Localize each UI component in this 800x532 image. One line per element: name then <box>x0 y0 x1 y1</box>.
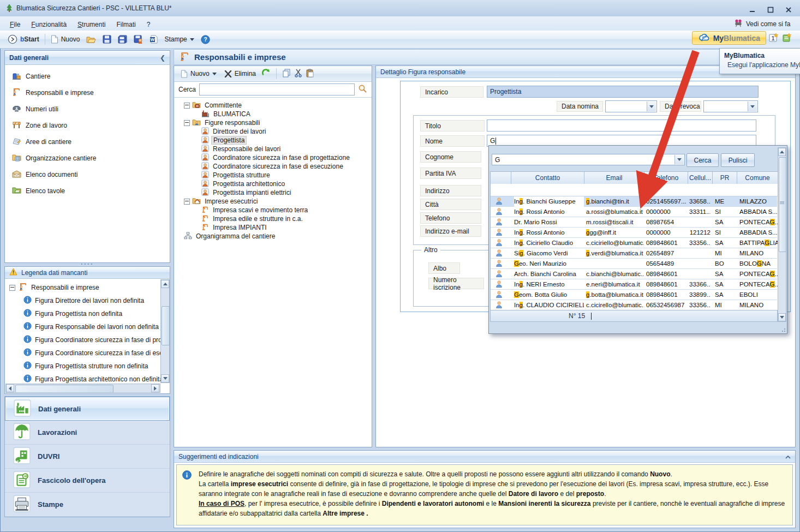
legend-item[interactable]: Figura Coordinatore sicurezza in fase di… <box>9 333 170 346</box>
new-contact-icon[interactable]: 1 <box>769 33 779 44</box>
picker-row[interactable]: Geo. Neri Maurizio05654489BOBOLOGNA <box>491 259 777 269</box>
menu-strumenti[interactable]: Strumenti <box>72 18 111 31</box>
tree-item[interactable]: Progettista architettonico <box>180 180 372 188</box>
legend-item[interactable]: Figura Direttore dei lavori non definita <box>9 294 170 307</box>
nav-stampe[interactable]: Stampe <box>5 493 170 517</box>
save-contact-button[interactable] <box>130 33 146 46</box>
picker-cerca-button[interactable]: Cerca <box>686 153 719 167</box>
paste-icon[interactable] <box>306 69 314 79</box>
picker-row[interactable]: Sig. Giacomo Verdig.verdi@blumatica.it02… <box>491 248 777 259</box>
tree-item[interactable]: Coordinatore sicurezza in fase di esecuz… <box>180 162 372 171</box>
sidebar-item-map[interactable]: Aree di cantiere <box>5 134 170 150</box>
help-button[interactable]: ? <box>198 33 213 46</box>
tree-item[interactable]: Organigramma del cantiere <box>180 232 372 241</box>
menu-help[interactable]: ? <box>141 18 156 31</box>
collapse-sidebar-icon[interactable]: ❮ <box>160 54 165 62</box>
tree-item[interactable]: Progettista strutture <box>180 171 372 180</box>
picker-row[interactable]: Ing. Ciciriello Claudioc.ciciriello@blum… <box>491 238 777 248</box>
expander-icon[interactable] <box>184 199 190 205</box>
data-revoca-field[interactable] <box>703 100 758 112</box>
titolo-field[interactable] <box>487 119 756 131</box>
picker-row[interactable]: Ing. Bianchi Giuseppeg.bianchi@tin.it025… <box>491 196 777 207</box>
nuovo-button[interactable]: Nuovo <box>47 33 83 46</box>
picker-row[interactable]: Geom. Botta Giuliog.botta@blumatica.it08… <box>491 290 777 300</box>
maximize-button[interactable] <box>763 6 778 14</box>
legend-root[interactable]: Responsabili e imprese <box>9 281 170 294</box>
picker-vscrollbar[interactable] <box>778 147 786 322</box>
picker-pulisci-button[interactable]: Pulisci <box>721 153 755 167</box>
legend-item[interactable]: Figura Progettista strutture non definit… <box>9 360 170 373</box>
legend-hscrollbar[interactable] <box>5 384 160 393</box>
legend-item[interactable]: Figura Progettista architettonico non de… <box>9 373 170 384</box>
tree-item[interactable]: Progettista <box>180 136 372 145</box>
data-nomina-field[interactable] <box>605 100 657 112</box>
new-document-star-icon[interactable] <box>782 33 792 44</box>
nav-lavorazioni[interactable]: Lavorazioni <box>5 421 170 445</box>
menu-filmati[interactable]: Filmati <box>111 18 141 31</box>
legend-item[interactable]: Figura Coordinatore sicurezza in fase di… <box>9 346 170 360</box>
collapse-hints-icon[interactable] <box>785 453 791 461</box>
picker-row[interactable]: Ing. NERI Ernestoe.neri@blumatica.it0898… <box>491 279 777 290</box>
copy-icon[interactable] <box>282 69 291 79</box>
tree-item[interactable]: Coordinatore sicurezza in fase di proget… <box>180 153 372 162</box>
expander-icon[interactable] <box>184 103 190 109</box>
expander-icon[interactable] <box>184 120 190 126</box>
picker-column-header[interactable]: Email <box>584 172 644 184</box>
tree-elimina-button[interactable]: Elimina <box>222 68 258 80</box>
tree-item[interactable]: Progettista impianti elettrici <box>180 188 372 197</box>
incarico-field[interactable]: Progettista <box>487 86 759 98</box>
vedi-come-si-fa[interactable]: Vedi come si fa <box>734 19 790 28</box>
sidebar-item-drawfolder[interactable]: Elenco tavole <box>5 183 170 199</box>
stampe-button[interactable]: Stampe <box>161 33 197 46</box>
sidebar-item-envelope[interactable]: Elenco documenti <box>5 166 170 183</box>
tree-item[interactable]: Imprese esecutrici <box>180 197 372 206</box>
picker-column-header[interactable]: Contatto <box>511 172 584 184</box>
picker-row[interactable]: Ing. CLAUDIO CICIRIELLOc.cicirello@bluma… <box>491 300 777 310</box>
picker-row[interactable]: Ing. Rossi Antonioggg@inff.it00000001212… <box>491 228 777 238</box>
sidebar-item-orgfolder[interactable]: Organizzazione cantiere <box>5 150 170 166</box>
search-icon[interactable] <box>358 84 367 95</box>
tree-item[interactable]: BLUMATICA <box>180 110 372 118</box>
refresh-icon[interactable] <box>261 68 271 79</box>
nav-dati-generali[interactable]: Dati generali <box>5 397 170 421</box>
save-all-button[interactable] <box>115 33 130 46</box>
picker-search-combo[interactable]: G <box>492 154 685 165</box>
menu-file[interactable]: File <box>4 18 26 31</box>
legend-item[interactable]: Figura Responsabile dei lavori non defin… <box>9 320 170 333</box>
sidebar-item-phone[interactable]: Numeri utili <box>5 101 170 117</box>
close-button[interactable] <box>781 6 796 14</box>
tree-nuovo-button[interactable]: Nuovo <box>178 68 219 80</box>
picker-column-header[interactable]: Cellul... <box>688 172 713 184</box>
minimize-button[interactable] <box>745 6 760 14</box>
save-button[interactable] <box>99 33 115 46</box>
tree-item[interactable]: Direttore dei lavori <box>180 127 372 136</box>
picker-column-header[interactable]: Comune <box>737 172 778 184</box>
tree-item[interactable]: Responsabile dei lavori <box>180 145 372 153</box>
tree-search-input[interactable] <box>199 83 355 95</box>
sidebar-item-scale[interactable]: Responsabili e imprese <box>5 85 170 101</box>
myblumatica-button[interactable]: MyBlumatica <box>692 31 766 45</box>
legend-vscrollbar[interactable] <box>160 279 170 383</box>
export-word-button[interactable]: W <box>146 33 161 46</box>
bstart-button[interactable]: bStart <box>4 33 43 46</box>
open-button[interactable] <box>83 33 99 46</box>
picker-filter-row[interactable] <box>491 184 778 196</box>
picker-row[interactable]: Ing. Rossi Antonioa.rossi@blumatica.it00… <box>491 207 777 217</box>
tree-item[interactable]: Impresa scavi e movimento terra <box>180 206 372 214</box>
tree-item[interactable]: Impresa edile e strutture in c.a. <box>180 214 372 223</box>
picker-resize-grip[interactable] <box>780 327 785 332</box>
cut-icon[interactable] <box>294 69 302 79</box>
nav-fascicolo-dell-opera[interactable]: Fascicolo dell'opera <box>5 469 170 493</box>
picker-row[interactable]: Dr. Mario Rossim.rossi@tiscali.it0898765… <box>491 217 777 228</box>
tree-item[interactable]: Committente <box>180 101 372 110</box>
tree-item[interactable]: Figure responsabili <box>180 118 372 127</box>
picker-column-header[interactable]: Telefono <box>644 172 688 184</box>
menu-funzionalita[interactable]: Funzionalità <box>26 18 72 31</box>
sidebar-item-barrier[interactable]: Zone di lavoro <box>5 117 170 134</box>
picker-row[interactable]: Arch. Bianchi Carolinac.bianchi@blumatic… <box>491 269 777 279</box>
picker-column-header[interactable]: PR <box>713 172 737 184</box>
legend-item[interactable]: Figura Progettista non definita <box>9 307 170 320</box>
tree-item[interactable]: Impresa IMPIANTI <box>180 223 372 232</box>
sidebar-item-cantiere[interactable]: Cantiere <box>5 68 170 85</box>
nav-duvri[interactable]: DUVRI <box>5 445 170 469</box>
